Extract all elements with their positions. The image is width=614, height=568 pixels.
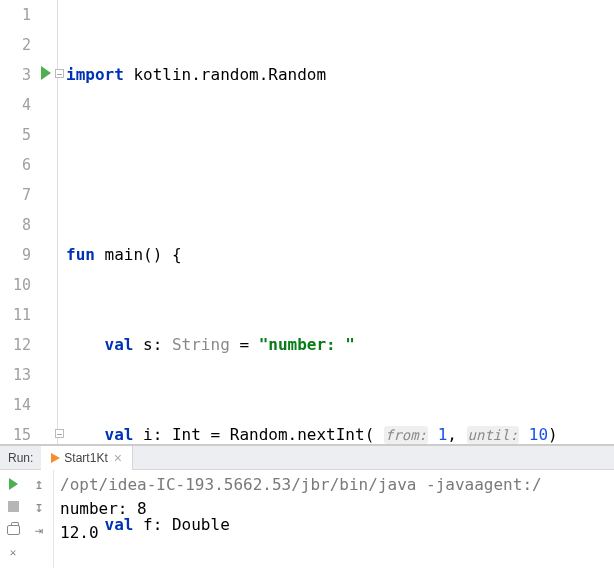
run-toolbar (0, 470, 54, 568)
gutter-line: 13 (0, 360, 57, 390)
gutter-line: 3 − (0, 60, 57, 90)
run-tab-label: Start1Kt (64, 451, 107, 465)
gutter-line: 15 − (0, 420, 57, 450)
run-label: Run: (0, 451, 41, 465)
up-button[interactable] (26, 472, 52, 495)
run-panel: Run: Start1Kt × /opt/idea-IC-193.5662.53… (0, 446, 614, 568)
softwrap-button[interactable] (26, 518, 52, 541)
gutter-line: 8 (0, 210, 57, 240)
close-tool-button[interactable] (0, 541, 26, 564)
rerun-button[interactable] (0, 472, 26, 495)
fold-icon[interactable]: − (55, 69, 64, 78)
console-output[interactable]: /opt/idea-IC-193.5662.53/jbr/bin/java -j… (54, 470, 614, 568)
code-editor[interactable]: 1 2 3 − 4 5 6 7 8 9 10 11 12 13 14 15 − … (0, 0, 614, 444)
gutter-line: 7 (0, 180, 57, 210)
output-line: number: 8 (60, 499, 147, 518)
kotlin-icon (51, 453, 60, 463)
gutter-line: 10 (0, 270, 57, 300)
gutter: 1 2 3 − 4 5 6 7 8 9 10 11 12 13 14 15 − (0, 0, 58, 444)
param-hint: from: (384, 426, 428, 444)
output-line: 12.0 (60, 523, 99, 542)
gutter-line: 4 (0, 90, 57, 120)
close-icon[interactable]: × (114, 450, 122, 466)
command-line: /opt/idea-IC-193.5662.53/jbr/bin/java -j… (60, 475, 542, 494)
down-button[interactable] (26, 495, 52, 518)
fold-icon[interactable]: − (55, 429, 64, 438)
more-button[interactable] (26, 541, 52, 564)
run-header: Run: Start1Kt × (0, 446, 614, 470)
gutter-line: 2 (0, 30, 57, 60)
screenshot-button[interactable] (0, 518, 26, 541)
stop-button[interactable] (0, 495, 26, 518)
gutter-line: 14 (0, 390, 57, 420)
code-area[interactable]: import kotlin.random.Random fun main() {… (58, 0, 614, 444)
gutter-line: 1 (0, 0, 57, 30)
gutter-line: 11 (0, 300, 57, 330)
run-gutter-icon[interactable] (41, 66, 51, 80)
gutter-line: 9 (0, 240, 57, 270)
gutter-line: 12 (0, 330, 57, 360)
gutter-line: 6 (0, 150, 57, 180)
gutter-line: 5 (0, 120, 57, 150)
param-hint: until: (467, 426, 520, 444)
